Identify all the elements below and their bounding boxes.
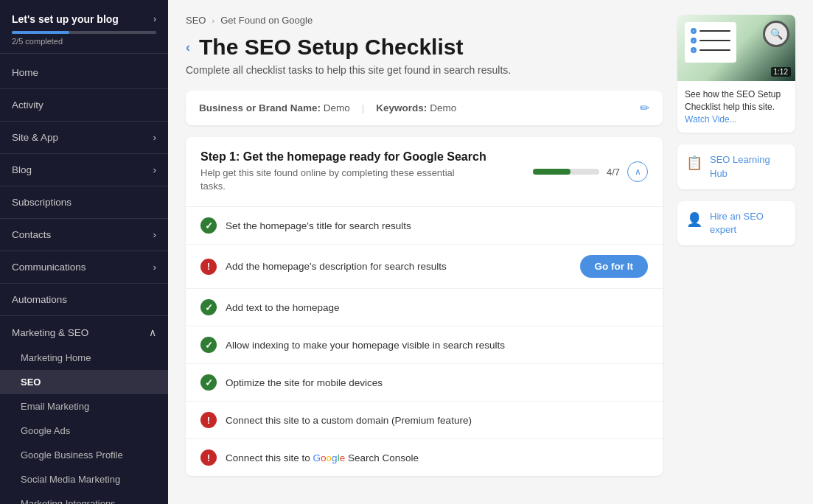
sidebar-item-seo[interactable]: SEO bbox=[0, 370, 168, 394]
task-error-icon: ! bbox=[200, 412, 217, 428]
sidebar-nav: Home Activity Site & App › Blog › Subscr… bbox=[0, 54, 168, 504]
sidebar-item-google-ads[interactable]: Google Ads bbox=[0, 419, 168, 443]
google-ads-label: Google Ads bbox=[21, 425, 70, 436]
divider-4 bbox=[0, 186, 168, 186]
divider-3 bbox=[0, 153, 168, 154]
task-success-icon: ✓ bbox=[200, 337, 217, 353]
page-title-row: ‹ The SEO Setup Checklist bbox=[186, 35, 663, 60]
hire-seo-expert-link[interactable]: 👤 Hire an SEO expert bbox=[677, 201, 795, 245]
task-label: Connect this site to a custom domain (Pr… bbox=[226, 415, 648, 426]
check-dot-3: ✓ bbox=[691, 47, 697, 53]
step-header-left: Step 1: Get the homepage ready for Googl… bbox=[200, 150, 486, 193]
seo-label: SEO bbox=[21, 377, 41, 388]
divider-6 bbox=[0, 251, 168, 251]
subscriptions-label: Subscriptions bbox=[12, 197, 71, 208]
sidebar-item-email-marketing[interactable]: Email Marketing bbox=[0, 394, 168, 419]
google-business-profile-label: Google Business Profile bbox=[21, 449, 123, 461]
marketing-integrations-label: Marketing Integrations bbox=[21, 498, 116, 504]
sidebar-item-google-business-profile[interactable]: Google Business Profile bbox=[0, 443, 168, 467]
contacts-label: Contacts bbox=[12, 229, 51, 240]
task-label: Optimize the site for mobile devices bbox=[226, 377, 648, 388]
task-label: Allow indexing to make your homepage vis… bbox=[226, 340, 648, 351]
sidebar-item-site-app[interactable]: Site & App › bbox=[0, 125, 168, 150]
social-media-marketing-label: Social Media Marketing bbox=[21, 474, 120, 485]
marketing-seo-label: Marketing & SEO bbox=[12, 327, 88, 338]
sidebar-item-marketing-seo[interactable]: Marketing & SEO ∧ bbox=[0, 319, 168, 346]
task-item: ! Connect this site to a custom domain (… bbox=[186, 402, 663, 439]
video-description: See how the SEO Setup Checklist help thi… bbox=[677, 81, 795, 133]
task-item: ✓ Optimize the site for mobile devices bbox=[186, 364, 663, 402]
sidebar-item-communications[interactable]: Communications › bbox=[0, 254, 168, 280]
brand-value: Demo bbox=[324, 102, 350, 113]
hire-expert-icon: 👤 bbox=[686, 211, 702, 228]
divider-1 bbox=[0, 88, 168, 89]
video-thumbnail[interactable]: ✓ ✓ ✓ 🔍 bbox=[677, 15, 795, 81]
keywords-label-text: Keywords: bbox=[376, 102, 427, 113]
seo-hub-icon: 📋 bbox=[686, 155, 702, 171]
breadcrumb-current: Get Found on Google bbox=[220, 15, 313, 26]
communications-label: Communications bbox=[12, 262, 86, 273]
sidebar-item-marketing-integrations[interactable]: Marketing Integrations bbox=[0, 491, 168, 504]
info-separator: | bbox=[362, 102, 365, 113]
watch-video-link[interactable]: Watch Vide... bbox=[685, 114, 737, 125]
sidebar-item-marketing-home[interactable]: Marketing Home bbox=[0, 346, 168, 370]
business-info-card: Business or Brand Name: Demo | Keywords:… bbox=[186, 91, 663, 125]
task-label: Add the homepage's description for searc… bbox=[226, 261, 571, 272]
site-app-label: Site & App bbox=[12, 132, 58, 143]
sidebar-item-social-media-marketing[interactable]: Social Media Marketing bbox=[0, 467, 168, 491]
check-line-bar-3 bbox=[699, 49, 730, 51]
step-collapse-button[interactable]: ∧ bbox=[627, 161, 648, 182]
blog-chevron-icon: › bbox=[153, 164, 157, 175]
step-progress-bar-fill bbox=[533, 169, 571, 175]
task-success-icon: ✓ bbox=[200, 374, 217, 391]
communications-chevron-icon: › bbox=[153, 262, 157, 273]
check-dot-1: ✓ bbox=[691, 28, 697, 34]
setup-title-text: Let's set up your blog bbox=[12, 13, 119, 25]
go-for-it-button[interactable]: Go for It bbox=[580, 255, 649, 278]
check-line-2: ✓ bbox=[691, 38, 730, 43]
contacts-chevron-icon: › bbox=[153, 229, 157, 240]
progress-bar-fill bbox=[12, 31, 69, 34]
edit-icon[interactable]: ✏ bbox=[640, 101, 649, 115]
sidebar-item-automations[interactable]: Automations bbox=[0, 287, 168, 312]
task-item: ! Connect this site to Google Search Con… bbox=[186, 439, 663, 476]
task-item: ✓ Set the homepage's title for search re… bbox=[186, 207, 663, 245]
page-title: The SEO Setup Checklist bbox=[199, 35, 463, 60]
step-card: Step 1: Get the homepage ready for Googl… bbox=[186, 137, 663, 476]
progress-bar-bg bbox=[12, 31, 156, 34]
back-button[interactable]: ‹ bbox=[186, 40, 190, 55]
task-item: ✓ Allow indexing to make your homepage v… bbox=[186, 326, 663, 364]
sidebar-item-home[interactable]: Home bbox=[0, 60, 168, 85]
email-marketing-label: Email Marketing bbox=[21, 401, 89, 412]
checklist-visual: ✓ ✓ ✓ bbox=[685, 22, 736, 63]
google-colored-text: Google bbox=[313, 452, 346, 463]
breadcrumb-seo[interactable]: SEO bbox=[186, 15, 206, 26]
marketing-home-label: Marketing Home bbox=[21, 352, 91, 363]
seo-hub-label: SEO Learning Hub bbox=[710, 153, 786, 180]
progress-label: 2/5 completed bbox=[12, 37, 156, 46]
sidebar-item-subscriptions[interactable]: Subscriptions bbox=[0, 189, 168, 215]
breadcrumb: SEO › Get Found on Google bbox=[186, 15, 663, 26]
divider-7 bbox=[0, 283, 168, 284]
video-description-text: See how the SEO Setup Checklist help thi… bbox=[685, 89, 781, 112]
activity-label: Activity bbox=[12, 99, 43, 111]
sidebar-item-contacts[interactable]: Contacts › bbox=[0, 222, 168, 248]
sidebar-item-blog[interactable]: Blog › bbox=[0, 157, 168, 183]
step-header: Step 1: Get the homepage ready for Googl… bbox=[186, 137, 663, 207]
site-app-chevron-icon: › bbox=[153, 132, 157, 143]
step-progress-area: 4/7 ∧ bbox=[533, 161, 648, 182]
task-label: Add text to the homepage bbox=[226, 302, 648, 313]
blog-label: Blog bbox=[12, 164, 32, 175]
sidebar-item-activity[interactable]: Activity bbox=[0, 92, 168, 118]
task-item: ! Add the homepage's description for sea… bbox=[186, 245, 663, 289]
automations-label: Automations bbox=[12, 294, 67, 305]
search-icon: 🔍 bbox=[763, 21, 789, 47]
check-line-3: ✓ bbox=[691, 47, 730, 53]
brand-label: Business or Brand Name: Demo bbox=[199, 102, 350, 113]
main-content: SEO › Get Found on Google ‹ The SEO Setu… bbox=[168, 0, 813, 504]
right-panel: ✓ ✓ ✓ 🔍 bbox=[677, 15, 795, 476]
seo-learning-hub-link[interactable]: 📋 SEO Learning Hub bbox=[677, 144, 795, 189]
brand-label-text: Business or Brand Name: bbox=[199, 102, 321, 113]
keywords-label: Keywords: Demo bbox=[376, 102, 456, 113]
setup-chevron-icon[interactable]: › bbox=[153, 14, 156, 24]
